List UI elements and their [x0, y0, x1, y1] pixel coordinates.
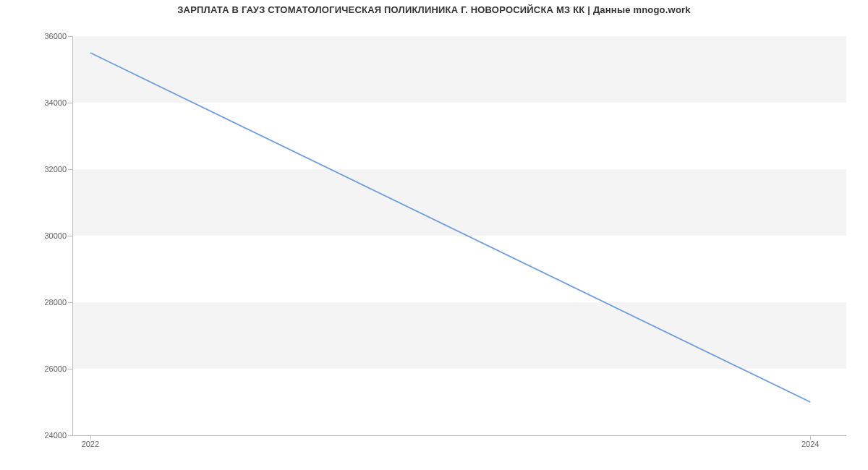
y-tick-mark [68, 236, 72, 236]
plot-area [72, 36, 846, 435]
y-tick-mark [68, 435, 72, 436]
y-tick-mark [68, 302, 72, 303]
chart-line-layer [72, 36, 846, 435]
y-tick-label: 30000 [1, 231, 67, 240]
x-axis-line [72, 435, 846, 436]
x-tick-label: 2024 [801, 440, 819, 448]
y-tick-label: 32000 [1, 165, 67, 174]
x-tick-label: 2022 [82, 440, 99, 448]
y-tick-label: 34000 [1, 98, 67, 107]
y-tick-label: 28000 [1, 298, 67, 307]
y-tick-label: 26000 [1, 364, 67, 373]
data-line [90, 53, 810, 402]
y-tick-label: 36000 [1, 32, 67, 40]
y-tick-mark [68, 36, 72, 37]
y-tick-mark [68, 103, 72, 103]
y-tick-mark [68, 369, 72, 369]
y-tick-mark [68, 169, 72, 170]
x-tick-mark [810, 435, 811, 440]
x-tick-mark [90, 435, 91, 440]
y-tick-label: 24000 [1, 431, 67, 440]
chart-title: ЗАРПЛАТА В ГАУЗ СТОМАТОЛОГИЧЕСКАЯ ПОЛИКЛ… [0, 4, 868, 15]
chart-container: ЗАРПЛАТА В ГАУЗ СТОМАТОЛОГИЧЕСКАЯ ПОЛИКЛ… [0, 0, 868, 470]
y-axis-line [72, 36, 73, 435]
